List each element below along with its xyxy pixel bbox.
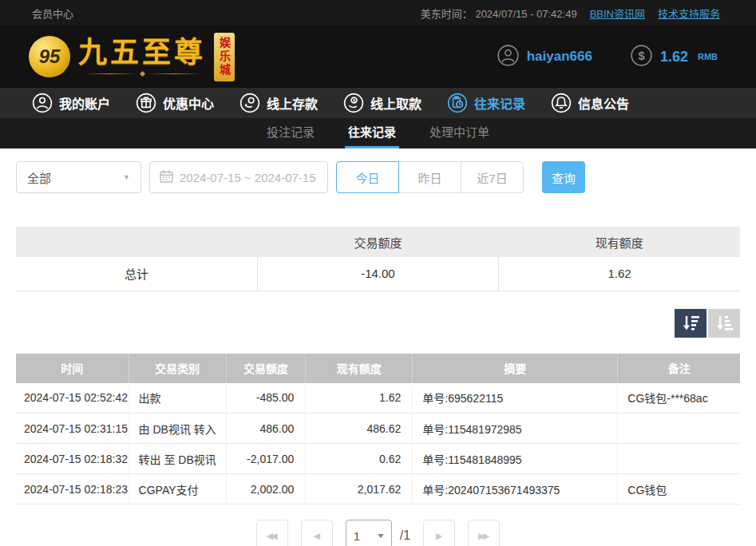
- summary-total-label: 总计: [16, 257, 257, 291]
- cell-remark: CG钱包-***68ac: [618, 383, 740, 413]
- calendar-icon: [160, 170, 173, 185]
- cell-remark: [618, 413, 740, 444]
- balance-display[interactable]: $ 1.62 RMB: [631, 45, 718, 69]
- cell-balance: 2,017.62: [306, 474, 413, 504]
- tab-transaction-records[interactable]: 往来记录: [345, 123, 399, 148]
- brand-title: 九五至尊: [78, 38, 206, 67]
- cell-balance: 486.62: [306, 413, 413, 444]
- nav-item-deposit[interactable]: 线上存款: [239, 93, 318, 113]
- summary-header-empty: [16, 227, 257, 257]
- col-header-remark: 备注: [618, 354, 740, 383]
- page-total: /1: [400, 528, 410, 543]
- sort-ascending-button[interactable]: [708, 309, 740, 338]
- summary-balance-total: 1.62: [499, 257, 740, 291]
- category-select-value: 全部: [27, 169, 51, 186]
- brand-badge: 娱乐城: [214, 33, 235, 81]
- flourish-ornament: [78, 72, 206, 76]
- table-row: 2024-07-15 02:52:42 出款 -485.00 1.62 单号:6…: [16, 383, 740, 413]
- nav-label: 优惠中心: [163, 93, 214, 113]
- cell-type: 出款: [129, 383, 226, 413]
- cell-amount: -2,017.00: [226, 444, 306, 474]
- gift-icon: [136, 93, 156, 113]
- date-range-input[interactable]: 2024-07-15 ~ 2024-07-15: [149, 161, 328, 193]
- category-select[interactable]: 全部 ▼: [16, 161, 141, 193]
- table-row: 2024-07-15 02:18:32 转出 至 DB视讯 -2,017.00 …: [16, 444, 740, 474]
- today-button[interactable]: 今日: [336, 161, 399, 193]
- nav-label: 我的账户: [59, 93, 110, 113]
- next-page-button[interactable]: ▶: [423, 520, 455, 546]
- logo[interactable]: 95 九五至尊 娱乐城: [29, 33, 235, 81]
- brand-header: 95 九五至尊 娱乐城 haiyan666 $: [0, 26, 756, 88]
- quick-date-group: 今日 昨日 近7日: [336, 161, 524, 193]
- yesterday-button[interactable]: 昨日: [398, 161, 461, 193]
- cell-summary: 单号:202407153671493375: [413, 474, 618, 504]
- nav-item-announcements[interactable]: 信息公告: [551, 93, 629, 113]
- currency-label: RMB: [698, 52, 718, 61]
- nav-label: 信息公告: [578, 93, 629, 113]
- arrow-left-icon: ◀: [314, 531, 320, 541]
- bbin-news-link[interactable]: BBIN资讯网: [590, 6, 645, 21]
- col-header-amount: 交易额度: [226, 354, 306, 383]
- withdraw-icon: $: [343, 93, 364, 113]
- username: haiyan666: [527, 49, 592, 65]
- nav-item-promotions[interactable]: 优惠中心: [136, 93, 214, 113]
- transactions-table: 时间 交易类别 交易额度 现有额度 摘要 备注 2024-07-15 02:52…: [16, 354, 740, 505]
- col-header-balance: 现有额度: [306, 354, 413, 383]
- bell-icon: [551, 93, 572, 113]
- cell-time: 2024-07-15 02:52:42: [16, 383, 129, 413]
- date-range-value: 2024-07-15 ~ 2024-07-15: [180, 171, 316, 184]
- nav-item-withdraw[interactable]: $ 线上取款: [343, 93, 422, 113]
- server-time: 美东时间： 2024/07/15 - 07:42:49: [421, 6, 577, 21]
- chevron-down-icon: [378, 534, 384, 538]
- cell-amount: 2,002.00: [226, 474, 306, 504]
- last-page-button[interactable]: ▶▶: [468, 520, 500, 546]
- last7days-button[interactable]: 近7日: [461, 161, 524, 193]
- summary-header-trade: 交易额度: [257, 227, 498, 257]
- logo-95-icon: 95: [29, 36, 70, 77]
- cell-time: 2024-07-15 02:18:32: [16, 444, 129, 474]
- sort-asc-icon: [714, 315, 734, 332]
- summary-header-balance: 现有额度: [499, 227, 740, 257]
- tech-support-link[interactable]: 技术支持服务: [658, 6, 720, 21]
- cell-time: 2024-07-15 02:31:15: [16, 413, 129, 444]
- main-navigation: 我的账户 优惠中心 线上存款 $ 线上取款: [0, 88, 756, 118]
- col-header-summary: 摘要: [413, 354, 618, 383]
- pagination: ◀◀ ◀ 1 /1 ▶ ▶▶: [16, 520, 740, 546]
- member-center-label: 会员中心: [32, 6, 73, 21]
- cell-balance: 0.62: [306, 444, 413, 474]
- user-icon: [497, 45, 519, 69]
- nav-item-my-account[interactable]: 我的账户: [32, 93, 110, 113]
- main-content: 全部 ▼ 2024-07-15 ~ 2024-07-15 今日 昨日 近7日 查…: [0, 161, 756, 546]
- search-button[interactable]: 查询: [542, 161, 585, 193]
- nav-item-transaction-records[interactable]: 往来记录: [447, 93, 525, 113]
- page-select[interactable]: 1: [346, 520, 392, 546]
- top-utility-bar: 会员中心 美东时间： 2024/07/15 - 07:42:49 BBIN资讯网…: [0, 0, 756, 26]
- summary-trade-total: -14.00: [257, 257, 498, 291]
- cell-remark: [618, 444, 740, 474]
- col-header-type: 交易类别: [129, 354, 226, 383]
- nav-label: 往来记录: [474, 93, 525, 113]
- nav-label: 线上存款: [267, 93, 318, 113]
- filter-bar: 全部 ▼ 2024-07-15 ~ 2024-07-15 今日 昨日 近7日 查…: [16, 161, 740, 193]
- first-page-button[interactable]: ◀◀: [256, 520, 288, 546]
- double-arrow-left-icon: ◀◀: [267, 531, 275, 541]
- cell-balance: 1.62: [306, 383, 413, 413]
- tab-bet-records[interactable]: 投注记录: [263, 123, 318, 148]
- cell-remark: CG钱包: [618, 474, 740, 504]
- cell-summary: 单号:695622115: [413, 383, 618, 413]
- deposit-icon: [239, 93, 260, 113]
- chevron-down-icon: ▼: [123, 173, 130, 181]
- prev-page-button[interactable]: ◀: [301, 520, 333, 546]
- user-account[interactable]: haiyan666: [497, 45, 592, 69]
- tab-pending-orders[interactable]: 处理中订单: [426, 123, 493, 148]
- sort-descending-button[interactable]: [675, 309, 707, 338]
- cell-type: CGPAY支付: [129, 474, 226, 504]
- sort-desc-icon: [681, 315, 700, 332]
- svg-text:$: $: [638, 49, 644, 61]
- cell-amount: 486.00: [226, 413, 306, 444]
- summary-header-row: 交易额度 现有额度: [16, 227, 740, 257]
- cell-time: 2024-07-15 02:18:23: [16, 474, 129, 504]
- table-header-row: 时间 交易类别 交易额度 现有额度 摘要 备注: [16, 354, 740, 383]
- arrow-right-icon: ▶: [436, 531, 442, 541]
- summary-table: 交易额度 现有额度 总计 -14.00 1.62: [16, 227, 740, 291]
